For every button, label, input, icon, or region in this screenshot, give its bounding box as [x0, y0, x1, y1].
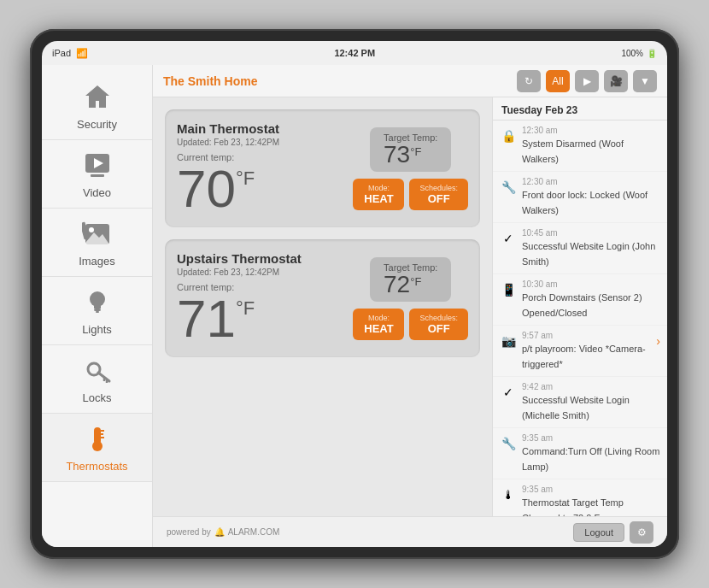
status-bar: iPad 📶 12:42 PM 100% 🔋	[42, 41, 667, 65]
activity-item-5[interactable]: ✓ 9:42 am Successful Website Login (Mich…	[493, 377, 667, 428]
activity-text-3: 10:30 am Porch Downstairs (Sensor 2) Ope…	[522, 279, 660, 320]
activity-desc-2: Successful Website Login (John Smith)	[522, 241, 655, 267]
main-content: The Smith Home ↻ All ▶ 🎥 ▼	[153, 65, 667, 547]
current-temp-upstairs: 71	[177, 292, 236, 345]
current-temp-main: 70	[177, 162, 236, 215]
mode-label-main: Mode:	[363, 184, 394, 192]
activity-item-6[interactable]: 🔧 9:35 am Command:Turn Off (Living Room …	[493, 428, 667, 479]
activity-text-5: 9:42 am Successful Website Login (Michel…	[522, 382, 660, 422]
activity-text-4: 9:57 am p/t playroom: Video *Camera-trig…	[522, 331, 651, 371]
sidebar-item-thermostats[interactable]: Thermostats	[42, 414, 152, 482]
thermo-right-upstairs: Target Temp: 72°F Mode: HEAT	[353, 257, 468, 340]
activity-item-0[interactable]: 🔒 12:30 am System Disarmed (Woof Walkers…	[493, 121, 667, 172]
thermostat-card-main: Main Thermostat Updated: Feb 23, 12:42PM…	[165, 109, 480, 227]
sidebar-item-images[interactable]: Images	[42, 209, 152, 277]
target-box-main: Target Temp: 73°F	[370, 127, 451, 172]
images-label: Images	[79, 255, 115, 268]
target-box-upstairs: Target Temp: 72°F	[370, 257, 451, 302]
filter-all-button[interactable]: All	[546, 70, 570, 92]
status-bar-left: iPad 📶	[52, 48, 88, 59]
filter-play-button[interactable]: ▶	[575, 70, 599, 92]
activity-time-1: 12:30 am	[522, 177, 660, 186]
schedule-label-upstairs: Schedules:	[419, 314, 458, 322]
mode-button-upstairs[interactable]: Mode: HEAT	[353, 309, 404, 340]
svg-rect-8	[94, 306, 101, 309]
bulb-icon	[80, 285, 114, 320]
top-bar-right: ↻ All ▶ 🎥 ▼	[517, 70, 657, 92]
schedule-value-main: OFF	[419, 192, 458, 205]
thermo-updated-main: Updated: Feb 23, 12:42PM	[177, 138, 341, 147]
mode-label-upstairs: Mode:	[363, 314, 394, 322]
activity-list: 🔒 12:30 am System Disarmed (Woof Walkers…	[493, 121, 667, 516]
svg-rect-2	[91, 174, 104, 177]
battery-level: 100%	[621, 49, 643, 58]
svg-rect-9	[94, 309, 101, 311]
tablet-screen: iPad 📶 12:42 PM 100% 🔋 Security	[42, 41, 667, 547]
time-display: 12:42 PM	[334, 48, 375, 58]
thermo-left-main: Main Thermostat Updated: Feb 23, 12:42PM…	[177, 121, 341, 215]
refresh-button[interactable]: ↻	[517, 70, 541, 92]
activity-time-5: 9:42 am	[522, 382, 660, 391]
bottom-right: Logout ⚙	[573, 521, 653, 544]
svg-rect-10	[96, 311, 99, 313]
sidebar-item-security[interactable]: Security	[42, 72, 152, 140]
sidebar-item-video[interactable]: Video	[42, 140, 152, 209]
schedule-label-main: Schedules:	[419, 184, 458, 192]
device-label: iPad	[52, 48, 71, 58]
filter-dropdown-button[interactable]: ▼	[633, 70, 657, 92]
target-temp-main: 73°F	[384, 143, 437, 167]
locks-label: Locks	[83, 391, 112, 404]
thermostats-label: Thermostats	[66, 460, 127, 473]
wrench-icon-1: 🔧	[500, 179, 517, 196]
activity-panel: Tuesday Feb 23 🔒 12:30 am System Disarme…	[492, 97, 667, 516]
thermostat-area: Main Thermostat Updated: Feb 23, 12:42PM…	[153, 97, 492, 516]
thermo-right-main: Target Temp: 73°F Mode: HEAT	[353, 127, 468, 210]
thermo-name-upstairs: Upstairs Thermostat	[177, 251, 341, 266]
thermo-unit-upstairs: °F	[236, 299, 255, 318]
thermo-unit-main: °F	[236, 169, 255, 188]
thermo-icon-7: 🌡	[500, 486, 517, 503]
home-title: The Smith Home	[163, 74, 257, 88]
bottom-bar: powered by 🔔 ALARM.COM Logout ⚙	[153, 516, 667, 547]
activity-item-3[interactable]: 📱 10:30 am Porch Downstairs (Sensor 2) O…	[493, 274, 667, 326]
app-area: Security Video	[42, 65, 667, 547]
play-icon	[80, 149, 114, 183]
activity-text-1: 12:30 am Front door lock: Locked (Woof W…	[522, 177, 660, 217]
sidebar-item-lights[interactable]: Lights	[42, 277, 152, 345]
activity-desc-4: p/t playroom: Video *Camera-triggered*	[522, 344, 646, 369]
activity-text-2: 10:45 am Successful Website Login (John …	[522, 228, 660, 268]
content-area: Main Thermostat Updated: Feb 23, 12:42PM…	[153, 97, 667, 516]
activity-item-1[interactable]: 🔧 12:30 am Front door lock: Locked (Woof…	[493, 172, 667, 223]
activity-desc-5: Successful Website Login (Michelle Smith…	[522, 395, 630, 420]
check-icon-5: ✓	[500, 384, 517, 401]
logout-button[interactable]: Logout	[573, 523, 624, 542]
mode-button-main[interactable]: Mode: HEAT	[353, 179, 404, 210]
activity-text-7: 9:35 am Thermostat Target Temp Changed t…	[522, 485, 660, 516]
camera-icon-4: 📷	[500, 332, 517, 350]
activity-item-2[interactable]: ✓ 10:45 am Successful Website Login (Joh…	[493, 223, 667, 274]
mode-row-main: Mode: HEAT Schedules: OFF	[353, 179, 468, 210]
activity-time-0: 12:30 am	[522, 126, 660, 135]
activity-text-6: 9:35 am Command:Turn Off (Living Room La…	[522, 433, 660, 473]
activity-item-4[interactable]: 📷 9:57 am p/t playroom: Video *Camera-tr…	[493, 326, 667, 377]
key-icon	[80, 354, 114, 388]
activity-item-7[interactable]: 🌡 9:35 am Thermostat Target Temp Changed…	[493, 479, 667, 516]
svg-rect-17	[96, 434, 99, 446]
activity-time-3: 10:30 am	[522, 279, 660, 289]
sidebar: Security Video	[42, 65, 153, 547]
schedule-button-upstairs[interactable]: Schedules: OFF	[409, 309, 468, 340]
sidebar-item-locks[interactable]: Locks	[42, 345, 152, 414]
brand-name: ALARM.COM	[228, 527, 280, 537]
filter-camera-button[interactable]: 🎥	[604, 70, 628, 92]
powered-by-text: powered by	[167, 527, 211, 537]
thermostat-card-upstairs: Upstairs Thermostat Updated: Feb 23, 12:…	[165, 239, 480, 357]
mode-value-main: HEAT	[363, 192, 394, 205]
schedule-value-upstairs: OFF	[419, 322, 458, 335]
status-bar-right: 100% 🔋	[621, 49, 657, 58]
settings-button[interactable]: ⚙	[630, 521, 653, 544]
activity-desc-7: Thermostat Target Temp Changed to 72.0 F	[522, 497, 624, 516]
svg-point-7	[90, 291, 105, 307]
activity-time-2: 10:45 am	[522, 228, 660, 238]
top-bar: The Smith Home ↻ All ▶ 🎥 ▼	[153, 65, 667, 97]
schedule-button-main[interactable]: Schedules: OFF	[409, 179, 468, 210]
